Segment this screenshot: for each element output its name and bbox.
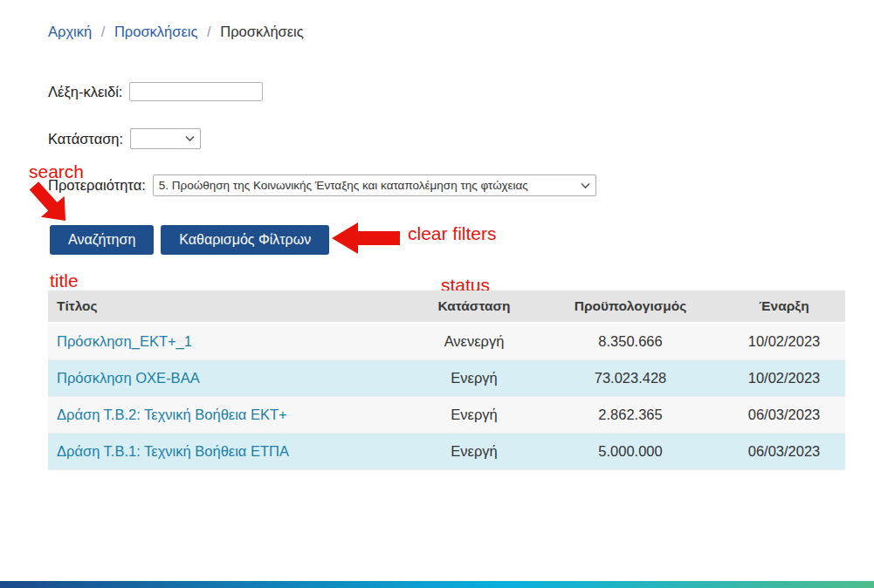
start-date-cell: 06/03/2023 [723, 396, 845, 433]
column-header-status: Κατάσταση [410, 291, 538, 323]
status-select[interactable] [130, 128, 201, 149]
clear-filters-button[interactable]: Καθαρισμός Φίλτρων [161, 225, 329, 255]
budget-cell: 5.000.000 [538, 433, 723, 469]
breadcrumb: Αρχική / Προσκλήσεις / Προσκλήσεις [48, 24, 304, 40]
search-button[interactable]: Αναζήτηση [50, 225, 154, 255]
annotation-clear-filters-label: clear filters [408, 224, 497, 243]
column-header-title: Τίτλος [48, 291, 410, 323]
invitation-title-link[interactable]: Δράση Τ.Β.1: Τεχνική Βοήθεια ΕΤΠΑ [57, 443, 289, 459]
annotation-title-label: title [50, 271, 79, 290]
table-row: Δράση Τ.Β.1: Τεχνική Βοήθεια ΕΤΠΑ Ενεργή… [48, 433, 845, 469]
invitation-title-link[interactable]: Δράση Τ.Β.2: Τεχνική Βοήθεια ΕΚΤ+ [57, 407, 287, 422]
breadcrumb-current: Προσκλήσεις [220, 24, 304, 39]
priority-select[interactable]: 5. Προώθηση της Κοινωνικής Ένταξης και κ… [153, 174, 596, 196]
column-header-start: Έναρξη [723, 291, 845, 323]
keyword-filter-row: Λέξη-κλειδί: [48, 82, 263, 101]
start-date-cell: 10/02/2023 [723, 323, 845, 359]
keyword-input[interactable] [129, 82, 263, 101]
filter-actions: Αναζήτηση Καθαρισμός Φίλτρων [50, 225, 329, 255]
column-header-budget: Προϋπολογισμός [538, 291, 723, 323]
budget-cell: 2.862.365 [538, 396, 723, 433]
budget-cell: 73.023.428 [538, 359, 723, 396]
table-header-row: Τίτλος Κατάσταση Προϋπολογισμός Έναρξη [48, 291, 845, 323]
start-date-cell: 10/02/2023 [723, 359, 845, 396]
priority-filter-row: Προτεραιότητα: 5. Προώθηση της Κοινωνική… [48, 174, 596, 196]
status-label: Κατάσταση: [48, 131, 123, 147]
breadcrumb-separator: / [101, 24, 106, 39]
breadcrumb-link-invitations[interactable]: Προσκλήσεις [114, 24, 198, 39]
status-cell: Ενεργή [410, 396, 538, 433]
status-filter-row: Κατάσταση: [48, 128, 201, 149]
breadcrumb-separator: / [207, 24, 211, 39]
keyword-label: Λέξη-κλειδί: [48, 84, 122, 100]
table-row: Πρόσκληση ΟΧΕ-ΒΑΑ Ενεργή 73.023.428 10/0… [48, 359, 845, 396]
table-row: Δράση Τ.Β.2: Τεχνική Βοήθεια ΕΚΤ+ Ενεργή… [48, 396, 845, 433]
invitation-title-link[interactable]: Πρόσκληση ΟΧΕ-ΒΑΑ [57, 370, 200, 386]
status-cell: Ενεργή [410, 359, 538, 396]
status-cell: Ανενεργή [410, 323, 538, 359]
invitation-title-link[interactable]: Πρόσκληση_ΕΚΤ+_1 [57, 333, 192, 349]
budget-cell: 8.350.666 [538, 323, 723, 359]
start-date-cell: 06/03/2023 [723, 433, 845, 469]
page: Αρχική / Προσκλήσεις / Προσκλήσεις Λέξη-… [0, 0, 874, 588]
priority-label: Προτεραιότητα: [48, 177, 146, 194]
annotation-arrow-clear-filters [330, 220, 402, 256]
table-row: Πρόσκληση_ΕΚΤ+_1 Ανενεργή 8.350.666 10/0… [48, 323, 845, 359]
invitations-table: Τίτλος Κατάσταση Προϋπολογισμός Έναρξη Π… [48, 291, 845, 470]
breadcrumb-link-home[interactable]: Αρχική [48, 24, 92, 39]
footer-gradient-bar [0, 581, 874, 588]
status-cell: Ενεργή [410, 433, 538, 469]
